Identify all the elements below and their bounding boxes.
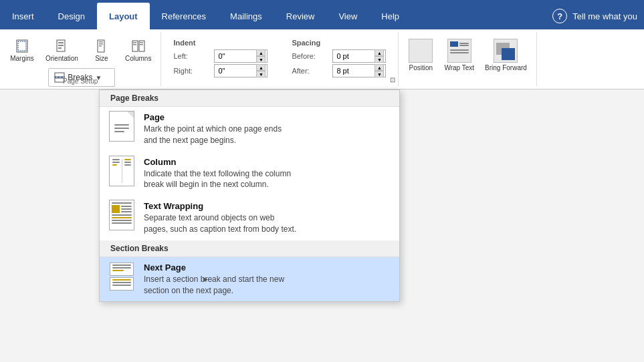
tab-help[interactable]: Help: [369, 3, 411, 29]
svg-rect-9: [99, 45, 102, 47]
break-next-page-desc: Insert a section break and start the new…: [144, 274, 284, 297]
svg-rect-12: [133, 42, 136, 43]
spacing-before-label: Before:: [292, 52, 328, 60]
indent-right-label: Right:: [173, 67, 210, 75]
break-page-icon: [108, 112, 136, 140]
wrap-text-icon: [447, 39, 471, 63]
spacing-after-up[interactable]: ▲: [374, 64, 384, 71]
break-page-text: Page Mark the point at which one page en…: [144, 112, 282, 146]
margins-button[interactable]: Margins: [5, 36, 39, 65]
tab-layout[interactable]: Layout: [97, 3, 150, 29]
spacing-section: Spacing Before: 0 pt ▲ ▼ After: 8 pt: [285, 36, 393, 80]
tell-me-input[interactable]: Tell me what you: [572, 11, 637, 21]
page-setup-label: Page Setup: [0, 77, 160, 85]
columns-button[interactable]: Columns: [121, 36, 155, 65]
bring-forward-icon: [494, 39, 518, 63]
indent-right-spinner[interactable]: ▲ ▼: [256, 64, 265, 77]
tab-design[interactable]: Design: [46, 3, 97, 29]
page-breaks-header: Page Breaks: [100, 90, 399, 107]
wrap-text-button[interactable]: Wrap Text: [440, 36, 478, 75]
spacing-before-input[interactable]: 0 pt ▲ ▼: [332, 49, 386, 63]
indent-section: Indent Left: 0" ▲ ▼ Right: 0": [167, 36, 274, 80]
ribbon: Insert Design Layout References Mailings…: [0, 0, 644, 29]
tab-review[interactable]: Review: [274, 3, 327, 29]
indent-header: Indent: [173, 39, 267, 47]
indent-left-input[interactable]: 0" ▲ ▼: [214, 49, 267, 63]
size-button[interactable]: Size: [85, 36, 118, 65]
tab-insert[interactable]: Insert: [0, 3, 46, 29]
spacing-before-row: Before: 0 pt ▲ ▼: [292, 49, 386, 63]
tab-references[interactable]: References: [150, 3, 218, 29]
break-column-icon: [108, 157, 136, 185]
spacing-after-row: After: 8 pt ▲ ▼: [292, 64, 386, 77]
help-question-icon[interactable]: ?: [552, 9, 567, 23]
ribbon-group-indent-spacing: Indent Left: 0" ▲ ▼ Right: 0": [161, 32, 399, 86]
position-button[interactable]: Position: [404, 36, 437, 75]
break-textwrap-icon: [108, 201, 136, 229]
indent-left-label: Left:: [173, 52, 210, 60]
svg-rect-8: [99, 43, 103, 45]
orientation-button[interactable]: Orientation: [41, 36, 82, 65]
indent-right-up[interactable]: ▲: [256, 64, 265, 71]
indent-right-input[interactable]: 0" ▲ ▼: [214, 64, 267, 77]
svg-rect-14: [140, 42, 143, 43]
ribbon-content: Margins Orientation Size: [0, 29, 644, 89]
indent-left-up[interactable]: ▲: [256, 49, 265, 56]
break-page-desc: Mark the point at which one page endsand…: [144, 124, 282, 146]
break-textwrap-desc: Separate text around objects on webpages…: [144, 212, 296, 235]
indent-left-down[interactable]: ▼: [256, 56, 265, 63]
breaks-dropdown-menu: Page Breaks Page Mark the point at which…: [99, 89, 400, 302]
indent-left-row: Left: 0" ▲ ▼: [173, 49, 267, 63]
svg-rect-5: [58, 47, 62, 49]
spacing-after-input[interactable]: 8 pt ▲ ▼: [332, 64, 386, 77]
page-setup-dialog-launcher[interactable]: ⊡: [390, 76, 395, 83]
break-textwrap-title: Text Wrapping: [144, 201, 296, 211]
break-column-text: Column Indicate that the text following …: [144, 157, 291, 191]
spacing-before-spinner[interactable]: ▲ ▼: [374, 49, 384, 63]
svg-rect-7: [99, 41, 103, 43]
position-icon: [409, 39, 433, 63]
tab-bar: Insert Design Layout References Mailings…: [0, 0, 644, 29]
break-textwrap-item[interactable]: Text Wrapping Separate text around objec…: [100, 196, 399, 240]
next-page-arrow: ▶: [203, 276, 208, 283]
break-next-page-item[interactable]: ▶ Next Page Insert a section break and s…: [100, 257, 399, 302]
svg-rect-16: [55, 73, 64, 77]
svg-rect-15: [140, 44, 143, 45]
indent-left-spinner[interactable]: ▲ ▼: [256, 49, 265, 63]
break-column-title: Column: [144, 157, 291, 167]
break-next-page-title: Next Page: [144, 262, 284, 273]
break-column-item[interactable]: Column Indicate that the text following …: [100, 152, 399, 196]
tab-mailings[interactable]: Mailings: [218, 3, 274, 29]
help-area: ? Tell me what you: [552, 3, 644, 29]
break-textwrap-text: Text Wrapping Separate text around objec…: [144, 201, 296, 235]
svg-rect-13: [133, 44, 136, 45]
ribbon-group-page-setup: Margins Orientation Size: [0, 32, 161, 86]
break-column-desc: Indicate that the text following the col…: [144, 168, 291, 191]
indent-right-down[interactable]: ▼: [256, 71, 265, 77]
spacing-header: Spacing: [292, 39, 386, 47]
spacing-after-down[interactable]: ▼: [374, 71, 384, 77]
svg-rect-4: [58, 45, 64, 46]
tab-view[interactable]: View: [326, 3, 369, 29]
spacing-before-up[interactable]: ▲: [374, 49, 384, 56]
indent-right-row: Right: 0" ▲ ▼: [173, 64, 267, 77]
bring-forward-button[interactable]: Bring Forward: [481, 36, 531, 75]
break-page-title: Page: [144, 112, 282, 122]
break-next-page-icon: [108, 262, 136, 291]
ribbon-group-arrange: Position Wrap Text: [399, 32, 536, 86]
spacing-before-down[interactable]: ▼: [374, 56, 384, 63]
spacing-after-spinner[interactable]: ▲ ▼: [374, 64, 384, 77]
svg-rect-3: [58, 42, 64, 43]
break-page-item[interactable]: Page Mark the point at which one page en…: [100, 107, 399, 152]
section-breaks-header: Section Breaks: [100, 240, 399, 257]
break-next-page-text: Next Page Insert a section break and sta…: [144, 262, 284, 297]
spacing-after-label: After:: [292, 67, 328, 75]
